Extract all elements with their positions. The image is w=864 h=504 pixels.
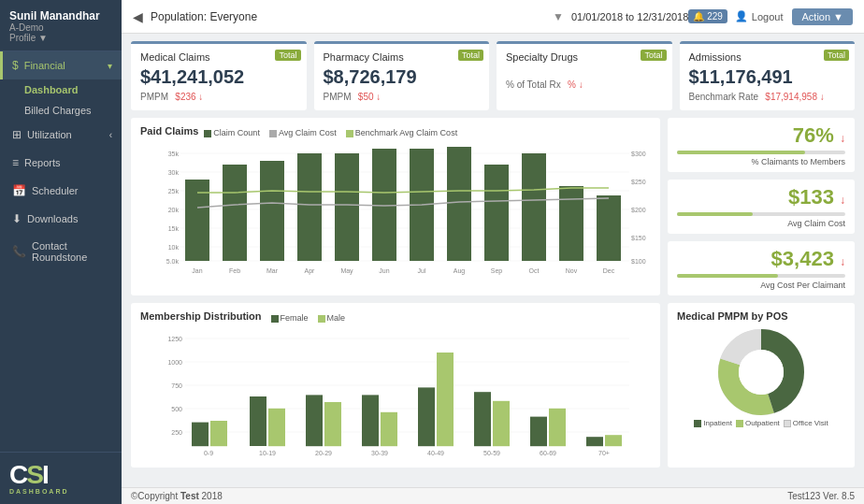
svg-text:Oct: Oct <box>529 267 540 274</box>
female-dot <box>271 315 279 323</box>
legend-outpatient: Outpatient <box>736 419 780 427</box>
paid-claims-title: Paid Claims <box>140 125 198 137</box>
metric-claimants-bar <box>677 151 845 154</box>
metric-cost-per-claimant-value: $3,423 ↓ <box>771 247 845 271</box>
sidebar-item-financial[interactable]: $ Financial ▾ <box>0 51 122 79</box>
csi-s: S <box>26 460 42 489</box>
sidebar-item-reports-label: Reports <box>24 157 61 168</box>
paid-claims-svg: 35k 30k 25k 20k 15k 10k 5.0k $300 $250 $… <box>140 144 651 275</box>
membership-svg: 1250 1000 750 500 250 <box>140 329 651 460</box>
svg-rect-62 <box>437 353 454 446</box>
dashboard-area: Medical Claims Total $41,241,052 PMPM $2… <box>122 34 864 487</box>
copyright-text: ©Copyright Test 2018 <box>131 491 223 501</box>
dollar-icon: $ <box>12 59 19 72</box>
kpi-specialty-badge: Total <box>641 50 666 61</box>
svg-text:25k: 25k <box>168 188 180 194</box>
sidebar-item-billed-charges[interactable]: Billed Charges <box>0 100 122 121</box>
svg-rect-56 <box>268 409 285 446</box>
svg-text:May: May <box>340 267 353 275</box>
outpatient-dot <box>736 420 743 427</box>
svg-text:Dec: Dec <box>603 267 615 274</box>
kpi-pharmacy-claims: Pharmacy Claims Total $8,726,179 PMPM $5… <box>314 41 490 110</box>
inpatient-dot <box>694 420 701 427</box>
kpi-admissions-sub-label: Benchmark Rate <box>689 92 758 102</box>
svg-text:10-19: 10-19 <box>259 450 276 456</box>
svg-text:$100: $100 <box>631 258 646 265</box>
svg-text:60-69: 60-69 <box>540 450 556 456</box>
svg-rect-57 <box>306 395 323 446</box>
paid-claims-section: Paid Claims Claim Count Avg Claim Cost B… <box>131 118 855 295</box>
kpi-pharmacy-badge: Total <box>458 50 483 61</box>
profile-dropdown[interactable]: Profile ▼ <box>9 33 112 43</box>
kpi-admissions-value: $11,176,491 <box>689 66 846 88</box>
logout-button[interactable]: Logout <box>752 11 784 22</box>
svg-text:$250: $250 <box>631 179 646 185</box>
kpi-pharmacy-value: $8,726,179 <box>324 66 481 88</box>
csi-i: I <box>42 460 48 489</box>
svg-rect-61 <box>418 387 435 446</box>
csi-sub-text: DASHBOARD <box>9 488 69 495</box>
kpi-cards-row: Medical Claims Total $41,241,052 PMPM $2… <box>131 41 855 110</box>
sidebar-item-downloads[interactable]: ⬇ Downloads <box>0 205 122 233</box>
sidebar-item-dashboard[interactable]: Dashboard <box>0 79 122 100</box>
kpi-specialty-sub-value: % ↓ <box>568 79 583 90</box>
svg-text:70+: 70+ <box>598 450 610 456</box>
svg-text:20-29: 20-29 <box>315 450 332 456</box>
svg-rect-58 <box>324 402 341 446</box>
svg-text:250: 250 <box>171 429 182 436</box>
svg-text:Mar: Mar <box>266 267 279 274</box>
legend-avg-cost: Avg Claim Cost <box>269 128 337 137</box>
sidebar-item-contact[interactable]: 📞 Contact Roundstone <box>0 233 122 270</box>
legend-inpatient: Inpatient <box>694 419 732 427</box>
metric-cost-per-claimant-bar <box>677 274 845 278</box>
metric-avg-claim-bar <box>677 212 845 216</box>
metric-avg-claim-bar-fill <box>677 212 753 216</box>
metric-claimants-bar-fill <box>677 151 805 154</box>
kpi-medical-title: Medical Claims <box>140 51 297 63</box>
footer: ©Copyright Test 2018 Test123 Ver. 8.5 <box>122 487 864 504</box>
kpi-pharmacy-sub-label: PMPM <box>324 92 352 102</box>
sidebar-item-contact-label: Contact Roundstone <box>32 240 112 263</box>
svg-text:35k: 35k <box>168 151 180 157</box>
bottom-section: Membership Distribution Female Male 1250 <box>131 303 855 468</box>
svg-text:Jun: Jun <box>379 267 389 274</box>
membership-title: Membership Distribution <box>140 310 262 322</box>
svg-text:1000: 1000 <box>167 359 182 366</box>
filter-icon[interactable]: ▼ <box>553 10 564 23</box>
svg-text:10k: 10k <box>168 244 180 251</box>
male-dot <box>318 315 325 323</box>
arrow-down-icon: ↓ <box>840 132 845 145</box>
paid-claims-legend: Claim Count Avg Claim Cost Benchmark Avg… <box>204 128 457 137</box>
svg-rect-54 <box>210 421 227 446</box>
sidebar-item-scheduler[interactable]: 📅 Scheduler <box>0 177 122 205</box>
sidebar-item-utilization[interactable]: ⊞ Utilization ‹ <box>0 121 122 149</box>
svg-text:15k: 15k <box>168 225 180 232</box>
svg-text:$200: $200 <box>631 207 646 213</box>
calendar-icon: 📅 <box>12 184 26 197</box>
metric-avg-claim-value: $133 ↓ <box>788 185 845 209</box>
svg-text:40-49: 40-49 <box>427 450 444 456</box>
sidebar-item-reports[interactable]: ≡ Reports <box>0 149 122 177</box>
kpi-specialty-sub-label: % of Total Rx <box>506 79 561 90</box>
svg-rect-64 <box>493 401 510 446</box>
svg-text:50-59: 50-59 <box>483 450 500 456</box>
legend-male: Male <box>318 313 346 323</box>
pmpm-legend: Inpatient Outpatient Office Visit <box>677 419 845 427</box>
metric-avg-claim: $133 ↓ Avg Claim Cost <box>668 180 855 234</box>
notifications-bell[interactable]: 🔔 229 <box>688 9 727 23</box>
topbar: ◀ Population: Everyone ▼ 01/01/2018 to 1… <box>122 0 864 34</box>
pmpm-chart: Medical PMPM by POS <box>668 303 855 468</box>
svg-rect-24 <box>372 149 396 261</box>
svg-text:Aug: Aug <box>454 267 466 275</box>
user-name: Sunil Manandhar <box>9 9 112 22</box>
legend-office-visit: Office Visit <box>784 419 828 427</box>
back-button[interactable]: ◀ <box>133 9 143 24</box>
action-button[interactable]: Action ▼ <box>792 8 853 25</box>
svg-text:Apr: Apr <box>305 267 316 275</box>
metric-claimants-value: 76% ↓ <box>793 123 845 148</box>
svg-rect-63 <box>474 392 491 446</box>
svg-text:Nov: Nov <box>566 267 578 274</box>
legend-benchmark: Benchmark Avg Claim Cost <box>346 128 457 137</box>
svg-text:Feb: Feb <box>229 267 240 274</box>
bell-count: 229 <box>707 11 723 22</box>
